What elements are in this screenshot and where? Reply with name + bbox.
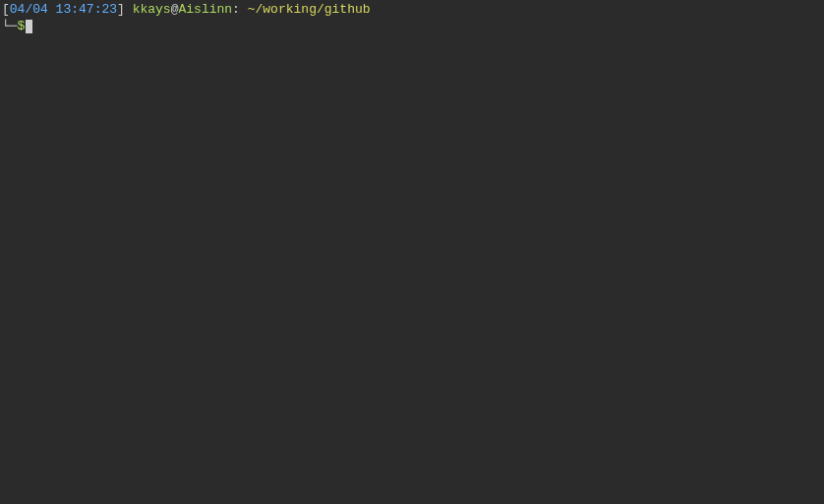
prompt-user: kkays xyxy=(133,2,171,17)
prompt-host: Aislinn xyxy=(178,2,232,17)
prompt-path: ~/working/github xyxy=(248,2,371,17)
terminal-area[interactable]: [04/04 13:47:23] kkays@Aislinn: ~/workin… xyxy=(0,0,824,37)
prompt-bracket-open: [ xyxy=(2,2,10,17)
prompt-corner: └─ xyxy=(2,19,18,35)
prompt-datetime: 04/04 13:47:23 xyxy=(10,2,117,17)
cursor[interactable] xyxy=(26,20,32,33)
prompt-line-1: [04/04 13:47:23] kkays@Aislinn: ~/workin… xyxy=(2,2,822,19)
prompt-dollar: $ xyxy=(18,19,26,35)
prompt-colon: : xyxy=(232,2,240,17)
prompt-bracket-close: ] xyxy=(117,2,125,17)
prompt-line-2: └─ $ xyxy=(2,19,822,35)
